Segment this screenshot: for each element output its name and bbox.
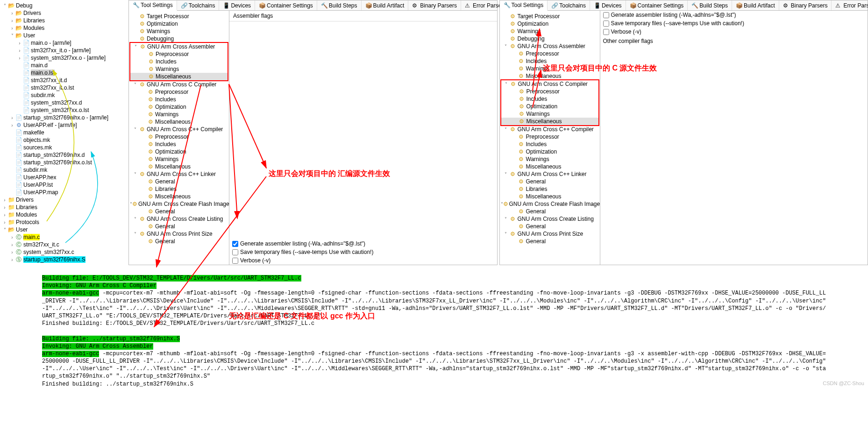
settings-tree-item[interactable]: ⚙Debugging xyxy=(130,35,228,42)
expander-icon[interactable]: ˅ xyxy=(503,217,509,222)
settings-tree-item[interactable]: ˅⚙GNU Arm Cross Assembler xyxy=(501,42,599,50)
tree-item[interactable]: ›📄system_stm32f7xx.o - [arm/le] xyxy=(2,54,128,62)
option-checkbox[interactable] xyxy=(232,258,238,264)
settings-tree-item[interactable]: ⚙Preprocessor xyxy=(130,88,228,96)
tree-item[interactable]: 📄subdir.mk xyxy=(2,91,128,99)
expander-icon[interactable]: › xyxy=(9,18,15,23)
tab-tool-settings[interactable]: 🔧Tool Settings xyxy=(500,0,548,11)
tree-item[interactable]: ›📁Protocols xyxy=(2,218,128,226)
settings-tree-item[interactable]: ⚙General xyxy=(130,178,228,185)
expander-icon[interactable]: ˅ xyxy=(2,227,7,232)
tree-item[interactable]: ›📁Modules xyxy=(2,211,128,218)
option-checkbox[interactable] xyxy=(603,29,609,35)
settings-tree-item[interactable]: ⚙Miscellaneous xyxy=(501,193,599,200)
settings-tree-item[interactable]: ⚙Preprocessor xyxy=(501,50,599,57)
tab-devices[interactable]: 📱Devices xyxy=(219,0,255,10)
expander-icon[interactable]: › xyxy=(17,48,22,53)
settings-tree-item[interactable]: ⚙Includes xyxy=(130,141,228,148)
settings-tree-item[interactable]: ˅⚙GNU Arm Cross Create Flash Image xyxy=(501,200,599,208)
settings-tabs[interactable]: 🔧Tool Settings🔗Toolchains📱Devices📦Contai… xyxy=(500,0,868,11)
tree-item[interactable]: 📄UserAPP.map xyxy=(2,189,128,196)
settings-tree-item[interactable]: ˅⚙GNU Arm Cross C Compiler xyxy=(130,81,228,88)
settings-tree-item[interactable]: ⚙Optimization xyxy=(130,103,228,111)
expander-icon[interactable]: ˅ xyxy=(503,82,510,87)
expander-icon[interactable]: › xyxy=(9,242,15,247)
settings-tree-item[interactable]: ⚙General xyxy=(130,223,228,230)
tree-item[interactable]: ˅📂User xyxy=(2,226,128,233)
settings-tree-c-compiler[interactable]: ⚙Target Processor⚙Optimization⚙Warnings⚙… xyxy=(500,11,600,265)
settings-tree-item[interactable]: ⚙Libraries xyxy=(130,185,228,193)
settings-tree-item[interactable]: ⚙Optimization xyxy=(501,148,599,155)
settings-tree-item[interactable]: ⚙Miscellaneous xyxy=(501,163,599,170)
tree-item[interactable]: 📄makefile xyxy=(2,129,128,136)
settings-tree-item[interactable]: ˅⚙GNU Arm Cross Print Size xyxy=(501,230,599,238)
settings-tree-item[interactable]: ˅⚙GNU Arm Cross Create Listing xyxy=(501,215,599,223)
expander-icon[interactable]: ˅ xyxy=(132,232,138,237)
settings-tree-item[interactable]: ⚙Target Processor xyxy=(130,13,228,20)
expander-icon[interactable]: › xyxy=(9,257,15,262)
tab-tool-settings[interactable]: 🔧Tool Settings xyxy=(129,0,177,11)
settings-tree-item[interactable]: ⚙General xyxy=(501,223,599,230)
expander-icon[interactable]: › xyxy=(2,220,7,225)
expander-icon[interactable]: › xyxy=(2,205,7,210)
tree-item[interactable]: 📄main.o.lst xyxy=(2,69,128,77)
tree-item[interactable]: 📄UserAPP.lst xyxy=(2,181,128,189)
settings-tree-item[interactable]: ⚙Miscellaneous xyxy=(130,73,228,80)
settings-tree-item[interactable]: ⚙Warnings xyxy=(130,155,228,163)
tree-item[interactable]: ›📄startup_stm32f769nihx.o - [arm/le] xyxy=(2,114,128,121)
expander-icon[interactable]: ˅ xyxy=(132,172,138,177)
settings-tree-item[interactable]: ⚙Preprocessor xyxy=(130,133,228,141)
option-checkbox[interactable] xyxy=(232,249,238,255)
tree-item[interactable]: ›Ⓢstartup_stm32f769nihx.S xyxy=(2,256,128,263)
settings-tree-item[interactable]: ⚙Miscellaneous xyxy=(501,72,599,80)
expander-icon[interactable]: › xyxy=(2,197,7,203)
tree-item[interactable]: ›⚙UserAPP.elf - [arm/le] xyxy=(2,121,128,129)
settings-tree-item[interactable]: ˅⚙GNU Arm Cross C++ Compiler xyxy=(130,126,228,133)
settings-tree-item[interactable]: ⚙Preprocessor xyxy=(501,133,599,141)
tree-item[interactable]: 📄startup_stm32f769nihx.o.lst xyxy=(2,159,128,166)
settings-tree-item[interactable]: ⚙Warnings xyxy=(130,28,228,35)
settings-tree-item[interactable]: ⚙General xyxy=(501,208,599,215)
tree-item[interactable]: 📄startup_stm32f769nihx.d xyxy=(2,151,128,159)
settings-tree-item[interactable]: ⚙Includes xyxy=(130,96,228,103)
expander-icon[interactable]: ˅ xyxy=(503,232,509,237)
tab-toolchains[interactable]: 🔗Toolchains xyxy=(177,0,220,10)
tree-item[interactable]: 📄stm32f7xx_it.o.lst xyxy=(2,84,128,91)
expander-icon[interactable]: › xyxy=(17,41,22,46)
tree-item[interactable]: ›📁Drivers xyxy=(2,196,128,204)
settings-tree-item[interactable]: ˅⚙GNU Arm Cross C++ Compiler xyxy=(501,126,599,133)
tree-item[interactable]: ›Ⓒsystem_stm32f7xx.c xyxy=(2,248,128,256)
expander-icon[interactable]: › xyxy=(9,123,15,128)
settings-tree-item[interactable]: ⚙Debugging xyxy=(501,35,599,42)
tab-toolchains[interactable]: 🔗Toolchains xyxy=(548,0,590,10)
settings-tree-item[interactable]: ⚙Optimization xyxy=(501,20,599,28)
settings-tree-item[interactable]: ⚙Warnings xyxy=(130,111,228,118)
settings-tree-item[interactable]: ⚙Preprocessor xyxy=(130,50,228,58)
settings-tree-item[interactable]: ⚙Miscellaneous xyxy=(501,118,598,125)
tab-binary-parsers[interactable]: ⚙Binary Parsers xyxy=(408,0,461,10)
settings-tree-item[interactable]: ˅⚙GNU Arm Cross C Compiler xyxy=(501,80,598,88)
tree-item[interactable]: ›📂Libraries xyxy=(2,17,128,24)
expander-icon[interactable]: ˅ xyxy=(503,44,509,49)
expander-icon[interactable]: ˅ xyxy=(132,82,138,87)
settings-tree-item[interactable]: ⚙General xyxy=(501,178,599,185)
tree-item[interactable]: ›📄stm32f7xx_it.o - [arm/le] xyxy=(2,47,128,54)
expander-icon[interactable]: ˅ xyxy=(2,3,7,8)
settings-tree-item[interactable]: ⚙Includes xyxy=(501,95,598,103)
settings-tree-item[interactable]: ⚙Includes xyxy=(501,141,599,148)
tree-item[interactable]: 📄system_stm32f7xx.d xyxy=(2,99,128,106)
settings-tree-item[interactable]: ⚙Warnings xyxy=(501,28,599,35)
expander-icon[interactable]: › xyxy=(9,235,15,240)
settings-tree-assembler[interactable]: ⚙Target Processor⚙Optimization⚙Warnings⚙… xyxy=(129,11,229,265)
settings-tree-item[interactable]: ⚙Warnings xyxy=(501,110,598,118)
tab-build-artifact[interactable]: 📦Build Artifact xyxy=(362,0,409,10)
expander-icon[interactable]: › xyxy=(9,11,15,16)
tree-item[interactable]: ›Ⓒmain.c xyxy=(2,233,128,241)
tree-item[interactable]: ˅📂User xyxy=(2,32,128,39)
tab-build-steps[interactable]: 🔨Build Steps xyxy=(688,0,732,10)
project-explorer[interactable]: ˅📂Debug›📂Drivers›📂Libraries›📂Modules˅📂Us… xyxy=(0,0,128,265)
settings-tree-item[interactable]: ⚙Miscellaneous xyxy=(130,193,228,200)
expander-icon[interactable]: › xyxy=(9,250,15,255)
tree-item[interactable]: 📄system_stm32f7xx.o.lst xyxy=(2,106,128,114)
tree-item[interactable]: ›📄main.o - [arm/le] xyxy=(2,39,128,47)
